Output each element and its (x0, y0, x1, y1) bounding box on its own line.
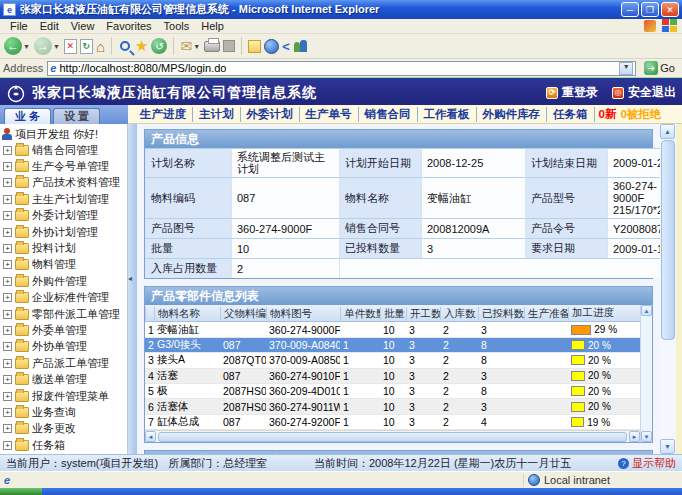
expand-icon[interactable] (3, 211, 12, 220)
tree-item-coop-plan[interactable]: 外协计划管理 (2, 224, 127, 240)
tree-item-task-box[interactable]: 任务箱 (2, 437, 127, 453)
tree-item-delivery-order[interactable]: 缴送单管理 (2, 371, 127, 387)
tree-item-material-plan[interactable]: 投料计划 (2, 240, 127, 256)
scroll-down-icon[interactable]: ▼ (641, 431, 652, 442)
nav-production-order[interactable]: 生产单号 (300, 107, 359, 122)
refresh-button[interactable]: ↻ (80, 39, 93, 54)
back-button[interactable]: ←▼ (4, 37, 31, 55)
main-vscrollbar[interactable]: ▲ ▼ (660, 124, 676, 454)
minimize-button[interactable]: ─ (621, 2, 639, 17)
expand-icon[interactable] (3, 326, 12, 335)
expand-icon[interactable] (3, 293, 12, 302)
scroll-down-icon[interactable]: ▼ (660, 439, 675, 454)
expand-icon[interactable] (3, 195, 12, 204)
nav-outsource-plan[interactable]: 外委计划 (241, 107, 300, 122)
expand-icon[interactable] (3, 277, 12, 286)
tree-item-material-mgmt[interactable]: 物料管理 (2, 257, 127, 273)
stop-button[interactable]: ✕ (64, 39, 77, 54)
parts-row-6[interactable]: 6 活塞体 2087HS002 360-274-9011W 1 10 3 2 3… (145, 399, 640, 414)
expand-icon[interactable] (3, 260, 12, 269)
col-unit-qty[interactable]: 单件数量 (340, 307, 380, 320)
menu-tools[interactable]: Tools (158, 20, 196, 32)
nav-work-board[interactable]: 工作看板 (418, 107, 477, 122)
back-dropdown-icon[interactable]: ▼ (23, 43, 30, 50)
tree-item-sales-contract[interactable]: 销售合同管理 (2, 142, 127, 158)
notes-button[interactable] (248, 40, 261, 53)
tree-item-business-change[interactable]: 业务更改 (2, 421, 127, 437)
forward-button[interactable]: →▼ (34, 37, 61, 55)
maximize-button[interactable]: ❐ (641, 2, 659, 17)
scroll-left-icon[interactable]: ◄ (145, 431, 156, 442)
favorites-button[interactable]: ★ (135, 37, 148, 55)
nav-production-progress[interactable]: 生产进度 (134, 107, 193, 122)
nav-purchased-stock[interactable]: 外购件库存 (477, 107, 548, 122)
expand-icon[interactable] (3, 392, 12, 401)
expand-icon[interactable] (3, 424, 12, 433)
expand-icon[interactable] (3, 408, 12, 417)
nav-sales-contract[interactable]: 销售合同 (359, 107, 418, 122)
expand-icon[interactable] (3, 244, 12, 253)
expand-icon[interactable] (3, 162, 12, 171)
expand-icon[interactable] (3, 441, 12, 450)
related-button[interactable]: < (282, 39, 290, 54)
expand-icon[interactable] (3, 359, 12, 368)
edit-button[interactable] (223, 40, 235, 52)
mail-dropdown-icon[interactable]: ▼ (193, 43, 200, 50)
task-rejected-badge[interactable]: 0被拒绝 (620, 107, 661, 122)
tree-item-outsource-plan[interactable]: 外委计划管理 (2, 208, 127, 224)
col-started[interactable]: 开工数 (406, 307, 440, 320)
parts-row-7[interactable]: 7 缸体总成 087 360-274-9200F 1 10 3 2 4 19 % (145, 415, 640, 430)
scroll-up-icon[interactable]: ▲ (660, 124, 675, 139)
start-button-edge[interactable] (0, 488, 42, 495)
parts-row-4[interactable]: 4 活塞 087 360-274-9010F 1 10 3 2 3 20 % (145, 369, 640, 384)
close-button[interactable]: ✕ (661, 2, 679, 17)
print-button[interactable] (204, 41, 220, 52)
show-help-link[interactable]: ? 显示帮助 (618, 456, 676, 471)
parts-vscrollbar[interactable]: ▲ ▼ (640, 305, 652, 442)
search-button[interactable] (118, 39, 132, 53)
tree-item-part-workorder[interactable]: 零部件派工单管理 (2, 306, 127, 322)
parts-row-3[interactable]: 3 接头A 2087QT002 370-009-A0850 1 10 3 2 8… (145, 353, 640, 368)
expand-icon[interactable] (3, 178, 12, 187)
scroll-up-icon[interactable]: ▲ (641, 305, 652, 316)
windows-taskbar[interactable] (0, 488, 682, 495)
tree-item-tech-docs[interactable]: 产品技术资料管理 (2, 175, 127, 191)
mail-button[interactable]: ✉▼ (180, 38, 201, 54)
history-button[interactable]: ↺ (151, 38, 167, 54)
col-material-name[interactable]: 物料名称 (154, 307, 220, 320)
col-prep[interactable]: 生产准备 (524, 307, 568, 320)
tree-item-scrap-mgmt[interactable]: 报废件管理菜单 (2, 388, 127, 404)
expand-icon[interactable] (3, 310, 12, 319)
address-dropdown-icon[interactable]: ▼ (619, 62, 633, 75)
menu-file[interactable]: File (4, 20, 34, 32)
tree-splitter[interactable] (128, 124, 137, 454)
nav-master-plan[interactable]: 主计划 (193, 107, 241, 122)
tab-settings[interactable]: 设 置 (53, 108, 100, 124)
discuss-button[interactable] (293, 40, 308, 53)
scroll-right-icon[interactable]: ► (629, 431, 640, 442)
menu-view[interactable]: View (65, 20, 101, 32)
tree-item-standard-parts[interactable]: 企业标准件管理 (2, 290, 127, 306)
vscroll-thumb[interactable] (661, 140, 675, 340)
tab-business[interactable]: 业 务 (4, 108, 51, 124)
tree-item-business-query[interactable]: 业务查询 (2, 404, 127, 420)
expand-icon[interactable] (3, 228, 12, 237)
menu-help[interactable]: Help (195, 20, 230, 32)
parts-row-2-selected[interactable]: 2 G3/0接头 087 370-009-A0840 1 10 3 2 8 20… (145, 338, 640, 353)
expand-icon[interactable] (3, 342, 12, 351)
go-button[interactable]: ➔ Go (640, 61, 679, 75)
home-button[interactable]: ⌂ (96, 38, 105, 55)
expand-icon[interactable] (3, 146, 12, 155)
tree-item-purchased-parts[interactable]: 外购件管理 (2, 273, 127, 289)
expand-icon[interactable] (3, 375, 12, 384)
col-batch[interactable]: 批量 (380, 307, 406, 320)
col-parent-code[interactable]: 父物料编码 (220, 307, 266, 320)
tree-item-coop-order[interactable]: 外协单管理 (2, 339, 127, 355)
tree-item-outsource-order[interactable]: 外委单管理 (2, 322, 127, 338)
forward-dropdown-icon[interactable]: ▼ (53, 43, 60, 50)
task-new-badge[interactable]: 0新 (599, 107, 617, 122)
tree-item-product-workorder[interactable]: 产品派工单管理 (2, 355, 127, 371)
relogin-button[interactable]: ⟳ 重登录 (546, 84, 598, 101)
address-box[interactable]: e ▼ (47, 61, 636, 76)
menu-edit[interactable]: Edit (34, 20, 65, 32)
